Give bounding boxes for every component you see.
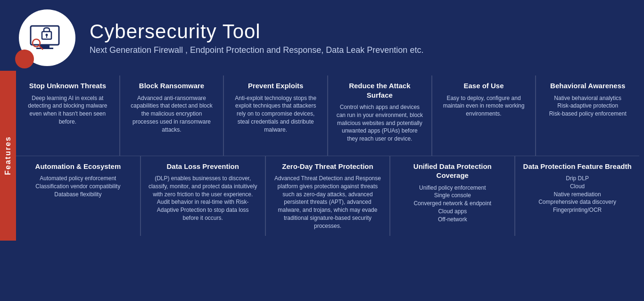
- feature-title-ease-of-use: Ease of Use: [440, 81, 528, 91]
- feature-title-stop-unknown: Stop Unknown Threats: [24, 81, 112, 91]
- features-sidebar-label: Features: [0, 71, 16, 241]
- feature-zero-day: Zero-Day Threat Protection Advanced Thre…: [265, 156, 390, 236]
- feature-block-ransomware: Block Ransomware Advanced anti-ransomwar…: [119, 75, 223, 156]
- feature-automation: Automation & Ecosystem Automated policy …: [16, 156, 140, 236]
- logo-icon: [26, 17, 68, 59]
- feature-desc-zero-day: Advanced Threat Detection and Response p…: [273, 175, 382, 230]
- feature-prevent-exploits: Prevent Exploits Anti-exploit technology…: [223, 75, 327, 156]
- feature-title-breadth: Data Protection Feature Breadth: [523, 162, 632, 171]
- feature-desc-unified: Unified policy enforcement Single consol…: [398, 184, 507, 224]
- features-grid: Stop Unknown Threats Deep learning AI in…: [16, 71, 644, 241]
- feature-desc-block-ransomware: Advanced anti-ransomware capabilities th…: [128, 94, 216, 134]
- feature-title-zero-day: Zero-Day Threat Protection: [273, 162, 382, 171]
- feature-desc-stop-unknown: Deep learning AI in excels at detecting …: [24, 94, 112, 126]
- feature-unified: Unified Data Protection Coverage Unified…: [389, 156, 514, 236]
- feature-desc-reduce-attack: Control which apps and devices can run i…: [336, 103, 424, 143]
- feature-breadth: Data Protection Feature Breadth Drip DLP…: [514, 156, 639, 236]
- feature-desc-ease-of-use: Easy to deploy, configure and maintain e…: [440, 94, 528, 118]
- feature-ease-of-use: Ease of Use Easy to deploy, configure an…: [431, 75, 536, 156]
- feature-title-dlp: Data Loss Prevention: [149, 162, 257, 171]
- feature-title-unified: Unified Data Protection Coverage: [398, 162, 507, 180]
- feature-title-block-ransomware: Block Ransomware: [128, 81, 216, 91]
- features-row-2: Automation & Ecosystem Automated policy …: [16, 156, 639, 236]
- feature-reduce-attack: Reduce the Attack Surface Control which …: [327, 75, 431, 156]
- svg-point-4: [46, 34, 48, 36]
- features-row-1: Stop Unknown Threats Deep learning AI in…: [16, 75, 639, 156]
- feature-title-automation: Automation & Ecosystem: [24, 162, 132, 171]
- feature-dlp: Data Loss Prevention (DLP) enables busin…: [140, 156, 265, 236]
- features-rows: Stop Unknown Threats Deep learning AI in…: [16, 75, 639, 236]
- logo-circle: [19, 9, 75, 66]
- header-section: Cybersecurity Tool Next Generation Firew…: [0, 0, 644, 71]
- feature-desc-prevent-exploits: Anti-exploit technology stops the exploi…: [231, 94, 320, 134]
- header-title: Cybersecurity Tool: [90, 20, 423, 43]
- feature-behavioral: Behavioral Awareness Native behavioral a…: [535, 75, 639, 156]
- feature-title-behavioral: Behavioral Awareness: [544, 81, 632, 91]
- feature-desc-breadth: Drip DLP Cloud Native remediation Compre…: [523, 175, 632, 214]
- feature-desc-behavioral: Native behavioral analytics Risk-adaptiv…: [544, 94, 632, 118]
- header-subtitle: Next Generation Firewall , Endpoint Prot…: [90, 45, 423, 55]
- header-text: Cybersecurity Tool Next Generation Firew…: [90, 20, 423, 55]
- feature-desc-automation: Automated policy enforcement Classificat…: [24, 175, 132, 198]
- svg-rect-2: [36, 48, 53, 49]
- feature-title-prevent-exploits: Prevent Exploits: [231, 81, 320, 91]
- svg-rect-1: [40, 45, 50, 48]
- feature-desc-dlp: (DLP) enables businesses to discover, cl…: [149, 175, 257, 222]
- svg-point-6: [33, 39, 40, 47]
- feature-title-reduce-attack: Reduce the Attack Surface: [336, 81, 424, 100]
- features-wrapper: Features Stop Unknown Threats Deep learn…: [0, 71, 644, 241]
- feature-stop-unknown: Stop Unknown Threats Deep learning AI in…: [16, 75, 119, 156]
